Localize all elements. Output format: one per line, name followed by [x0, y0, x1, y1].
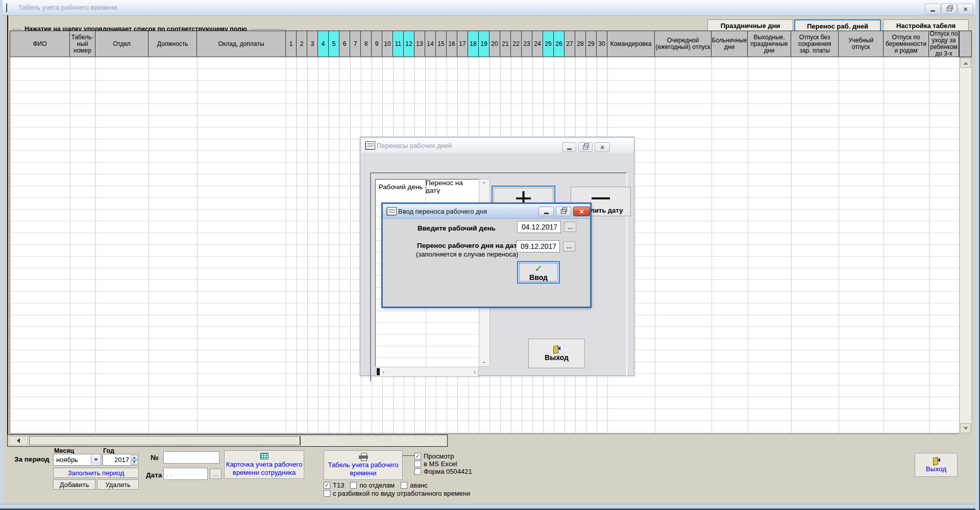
column-header-3[interactable]: Отдел: [95, 31, 149, 57]
column-header-tail-5[interactable]: Отпуск без сохранения зар. платы: [791, 31, 839, 57]
day-column-header-15[interactable]: 15: [436, 31, 447, 57]
vertical-scrollbar[interactable]: [959, 57, 972, 434]
transfer-date-browse-button[interactable]: ...: [563, 241, 575, 251]
day-column-header-7[interactable]: 7: [350, 31, 361, 57]
grid-vline: [70, 57, 70, 434]
day-column-header-5[interactable]: 5: [329, 31, 339, 57]
print-timesheet-button[interactable]: Табель учета рабочего времени: [324, 450, 403, 480]
column-header-tail-2[interactable]: Очередной (ежегодный) отпуск: [655, 31, 712, 57]
grid-vline: [297, 57, 297, 434]
dialog-close-button[interactable]: ×: [595, 142, 610, 152]
horizontal-scrollbar[interactable]: [7, 435, 448, 447]
by-department-checkbox[interactable]: [350, 482, 357, 489]
column-header-2[interactable]: Табель-ный номер: [70, 31, 95, 57]
view-checkbox[interactable]: [414, 453, 421, 460]
day-column-header-24[interactable]: 24: [532, 31, 543, 57]
restore-button[interactable]: [941, 4, 957, 14]
day-column-header-23[interactable]: 23: [522, 31, 532, 57]
main-exit-button[interactable]: Выход: [915, 453, 958, 477]
date-browse-button[interactable]: ...: [210, 469, 222, 479]
day-column-header-8[interactable]: 8: [361, 31, 372, 57]
scroll-left-icon[interactable]: ‹: [382, 369, 385, 375]
input-dialog-titlebar[interactable]: Ввод переноса рабочего дня ×: [383, 204, 590, 219]
main-titlebar[interactable]: Табель учета рабочего времени ×: [0, 0, 980, 16]
scroll-down-icon[interactable]: ⌄: [482, 358, 486, 365]
spinner-buttons[interactable]: [131, 455, 138, 465]
scrollbar-thumb[interactable]: [377, 368, 380, 375]
day-column-header-6[interactable]: 6: [339, 31, 350, 57]
add-row-button[interactable]: Добавить: [53, 479, 95, 490]
transfers-horizontal-scrollbar[interactable]: ‹ ›: [375, 367, 479, 377]
number-input[interactable]: [163, 451, 219, 464]
day-column-header-21[interactable]: 21: [500, 31, 511, 57]
transfer-date-column-header[interactable]: Перенос на дату: [426, 180, 479, 194]
day-column-header-22[interactable]: 22: [511, 31, 522, 57]
day-column-header-19[interactable]: 19: [479, 31, 489, 57]
column-header-tail-7[interactable]: Отпуск по беременности и родам: [884, 31, 929, 57]
day-column-header-16[interactable]: 16: [447, 31, 457, 57]
day-column-header-30[interactable]: 30: [597, 31, 607, 57]
t13-checkbox[interactable]: [324, 482, 330, 489]
minimize-button[interactable]: [925, 4, 941, 14]
close-button[interactable]: ×: [958, 4, 973, 14]
transfers-dialog-titlebar[interactable]: Переносы рабочих дней ×: [361, 138, 634, 152]
dialog-minimize-button[interactable]: [562, 142, 576, 152]
day-column-header-27[interactable]: 27: [565, 31, 575, 57]
day-column-header-2[interactable]: 2: [297, 31, 307, 57]
day-column-header-28[interactable]: 28: [575, 31, 586, 57]
day-column-header-11[interactable]: 11: [393, 31, 404, 57]
spin-down-icon[interactable]: [131, 460, 138, 465]
transfer-date-input[interactable]: 09.12.2017: [516, 240, 560, 252]
month-combobox[interactable]: ноябрь: [53, 454, 101, 466]
workday-input[interactable]: 04.12.2017: [517, 221, 561, 233]
split-checkbox[interactable]: [324, 490, 330, 497]
spin-up-icon[interactable]: [131, 455, 138, 460]
employee-card-button[interactable]: Карточка учета рабочего времени сотрудни…: [224, 450, 304, 479]
date-input[interactable]: . .: [163, 468, 208, 480]
column-header-tail-1[interactable]: Командировка: [607, 31, 655, 57]
dialog-restore-button[interactable]: [578, 142, 593, 152]
column-header-5[interactable]: Оклад, доплаты: [197, 31, 286, 57]
enter-button[interactable]: ✓ Ввод: [517, 261, 560, 284]
day-column-header-9[interactable]: 9: [372, 31, 382, 57]
column-header-tail-4[interactable]: Выходные, праздничные дни: [748, 31, 791, 57]
day-column-header-20[interactable]: 20: [489, 31, 500, 57]
day-column-header-17[interactable]: 17: [457, 31, 468, 57]
day-column-header-13[interactable]: 13: [414, 31, 425, 57]
excel-checkbox[interactable]: [414, 461, 421, 467]
dialog-minimize-button[interactable]: [538, 207, 554, 216]
dialog-restore-button[interactable]: [556, 207, 571, 216]
column-header-tail-3[interactable]: Больничные дни: [712, 31, 748, 57]
day-column-header-18[interactable]: 18: [468, 31, 479, 57]
scroll-up-icon[interactable]: ⌃: [482, 181, 486, 188]
workday-column-header[interactable]: Рабочий день: [376, 180, 426, 194]
column-header-4[interactable]: Должность: [149, 31, 197, 57]
scroll-up-button[interactable]: [960, 58, 971, 68]
delete-row-button[interactable]: Удалить: [97, 479, 139, 490]
column-header-tail-8[interactable]: Отпуск по уходу за ребенком до 3-х: [929, 31, 959, 57]
day-column-header-4[interactable]: 4: [318, 31, 329, 57]
advance-checkbox[interactable]: [401, 482, 407, 489]
scrollbar-thumb[interactable]: [29, 436, 301, 445]
transfers-table-header[interactable]: Рабочий день Перенос на дату: [376, 180, 479, 194]
day-column-header-26[interactable]: 26: [554, 31, 565, 57]
transfers-exit-button[interactable]: Выход: [528, 339, 585, 368]
dialog-close-button[interactable]: ×: [573, 207, 590, 216]
workday-browse-button[interactable]: ...: [564, 222, 576, 232]
column-header-tail-6[interactable]: Учебный отпуск: [839, 31, 884, 57]
fill-period-button[interactable]: Заполнить период: [53, 468, 139, 478]
day-column-header-12[interactable]: 12: [404, 31, 414, 57]
day-column-header-25[interactable]: 25: [543, 31, 554, 57]
day-column-header-10[interactable]: 10: [382, 31, 393, 57]
column-header-1[interactable]: ФИО: [10, 31, 70, 57]
scroll-down-button[interactable]: [960, 423, 971, 433]
scroll-right-icon[interactable]: ›: [473, 369, 476, 375]
day-column-header-1[interactable]: 1: [286, 31, 297, 57]
chevron-down-icon[interactable]: [91, 455, 100, 465]
day-column-header-29[interactable]: 29: [586, 31, 597, 57]
year-spinner[interactable]: 2017: [103, 454, 139, 466]
form-0504421-checkbox[interactable]: [414, 468, 421, 475]
day-column-header-14[interactable]: 14: [425, 31, 436, 57]
day-column-header-3[interactable]: 3: [307, 31, 318, 57]
scroll-left-button[interactable]: [9, 436, 28, 445]
